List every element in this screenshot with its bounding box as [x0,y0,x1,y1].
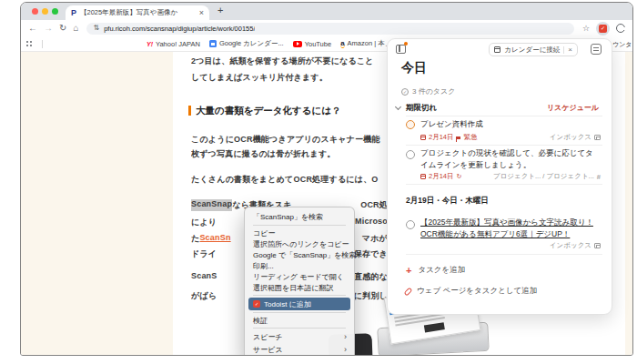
task-meta: 2月14日 緊急 [420,133,478,142]
task-title-link[interactable]: 【2025年最新版】写真や画像から文字読み取り！ [420,217,593,228]
menu-separator [253,312,346,313]
submenu-arrow-icon: › [344,332,347,341]
bookmark-clipped[interactable]: ウンタ [612,40,632,49]
calendar-icon [494,46,500,53]
panel-toggle-icon[interactable] [396,45,406,54]
heading-accent-bar [188,106,191,116]
menu-item-print[interactable]: 印刷... [245,260,354,271]
menu-item-search-scansnap[interactable]: 「ScanSnap」を検索 [245,211,354,223]
button-divider [563,46,564,54]
yahoo-icon: Y! [147,41,153,47]
menu-item-copy-link[interactable]: 選択箇所へのリンクをコピー [245,238,354,249]
youtube-icon [293,41,302,47]
task-meta: 2月14日 ↻ [420,172,461,181]
article-paragraph: 枚ずつ写真に撮るのは骨が折れます。 [191,148,388,160]
site-info-icon[interactable]: ⇅ [93,25,99,32]
divider [406,184,602,185]
add-task-button[interactable]: + タスクを追加 [406,265,465,276]
bookmark-star-icon[interactable]: ☆ [582,24,590,33]
browser-tab[interactable]: P 【2025年最新版】写真や画像か × [66,5,209,20]
task-checkbox[interactable] [406,220,415,229]
recurring-icon: ↻ [457,173,462,180]
address-bar[interactable]: ⇅ pfu.ricoh.com/scansnap/digiup/article/… [86,23,573,35]
menu-item-add-to-todoist[interactable]: ✓ Todoist に追加 [248,298,350,310]
task-title[interactable]: プレゼン資料作成 [420,119,483,130]
article-paragraph: してしまえばスッキリ片付きます。 [191,72,388,84]
article-paragraph: たくさんの書類をまとめてOCR処理するには、O [191,174,388,186]
todoist-logo-icon: ✓ [253,300,260,308]
article-paragraph: このようにOCR機能つきアプリのスキャナー機能 [191,134,388,146]
amazon-icon: a [340,40,344,48]
browser-toolbar: ← → ↻ ⌂ ⇅ pfu.ricoh.com/scansnap/digiup/… [21,20,632,36]
list-view-icon[interactable] [591,44,602,55]
task-title[interactable]: イムラインを更新しましょう。 [420,160,531,171]
tab-close-icon[interactable]: × [199,8,204,17]
check-circle-icon: ✓ [401,88,409,96]
screenshot-root: P 【2025年最新版】写真や画像か × + ← → ↻ ⌂ ⇅ pfu.ric… [0,0,637,364]
menu-item-translate[interactable]: 選択範囲を日本語に翻訳 [245,282,354,293]
menu-item-services[interactable]: サービス › [245,343,354,356]
menu-item-speech[interactable]: スピーチ › [245,330,354,343]
tab-bar: P 【2025年最新版】写真や画像か × + [21,3,632,20]
selected-text: ScanSnap [191,199,232,211]
calendar-date-icon [420,174,426,179]
date-section-header: 2月19日・今日・木曜日 [406,196,489,207]
reschedule-button[interactable]: リスケジュール [547,103,599,113]
inbox-icon [594,135,601,140]
todoist-logo-icon: ✓ [599,25,607,33]
minimize-window-button[interactable] [42,8,48,15]
menu-item-inspect[interactable]: 検証 [245,315,354,326]
extensions-icon[interactable] [616,24,625,33]
article-link[interactable]: ScanSn [199,233,230,245]
task-title[interactable]: プロジェクトの現状を確認して、必要に応じてタ [420,148,593,159]
article-paragraph: 2つ目は、紙類を保管する場所が不要になること [191,56,388,67]
article-heading: 大量の書類をデータ化するには？ [196,105,340,117]
add-webpage-task-button[interactable]: ウェブ ページをタスクとして追加 [406,286,537,297]
submenu-arrow-icon: › [344,345,347,354]
new-tab-button[interactable]: + [217,5,223,15]
menu-separator [253,295,346,296]
tab-favicon: P [71,8,76,17]
bookmark-yahoo[interactable]: Y! Yahoo! JAPAN [147,40,200,48]
task-project[interactable]: インボックス [550,241,601,250]
todoist-extension-icon[interactable]: ✓ [596,22,610,35]
bookmark-youtube[interactable]: YouTube [293,40,331,48]
bookmark-google-calendar[interactable]: Google カレンダー... [209,39,284,48]
reload-icon[interactable]: ↻ [59,24,66,33]
zoom-window-button[interactable] [52,8,58,15]
document-barcode [424,322,445,332]
task-project[interactable]: インボックス [550,133,601,142]
inbox-icon [594,243,601,248]
close-window-button[interactable] [32,8,38,15]
close-icon[interactable]: × [568,46,572,54]
bookmarks-divider [42,40,43,48]
task-checkbox[interactable] [406,120,415,129]
browser-window: P 【2025年最新版】写真や画像か × + ← → ↻ ⌂ ⇅ pfu.ric… [20,2,633,356]
menu-item-copy[interactable]: コピー [245,228,354,238]
url-text[interactable]: pfu.ricoh.com/scansnap/digiup/article/wo… [104,25,255,33]
plus-icon: + [406,266,411,276]
forward-icon[interactable]: → [44,24,53,33]
menu-separator [253,225,346,226]
google-calendar-icon [209,40,217,47]
project-hash-icon: # [597,173,601,181]
divider [406,145,602,146]
todoist-panel: カレンダーに接続 × 今日 ✓ 3 件のタスク 期限切れ リスケジュール プレゼ… [387,38,612,315]
divider [406,116,602,116]
task-title-link[interactable]: OCR機能がある無料アプリ6選｜デジUP！ [420,229,570,240]
link-icon [404,287,413,296]
overdue-section-label: 期限切れ [406,103,437,114]
home-icon[interactable]: ⌂ [73,24,78,33]
task-project[interactable]: プロジェクト... / プロジェクト... # [493,172,601,181]
priority-flag-icon [457,136,460,139]
menu-item-reading-mode[interactable]: リーディング モードで開く [245,271,354,282]
divider [406,254,602,255]
menu-item-google-search[interactable]: Google で「ScanSnap」を検索 [245,249,354,260]
task-checkbox[interactable] [406,150,415,159]
calendar-date-icon [420,135,426,140]
apps-grid-icon[interactable] [26,41,33,47]
back-icon[interactable]: ← [28,24,37,33]
connect-calendar-button[interactable]: カレンダーに接続 × [489,43,578,56]
tab-title: 【2025年最新版】写真や画像か [80,8,196,17]
chevron-down-icon[interactable] [395,104,401,110]
